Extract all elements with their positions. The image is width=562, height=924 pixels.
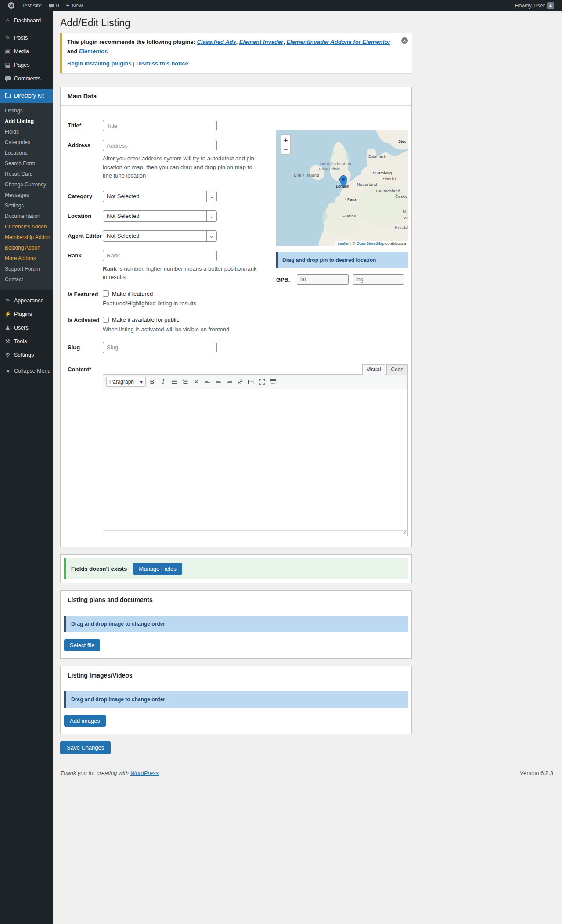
sidebar-item-label: Posts bbox=[14, 35, 28, 41]
plugin-link-classified-ads[interactable]: Classified Ads bbox=[197, 39, 236, 45]
sidebar-subitem-add-listing[interactable]: Add Listing bbox=[0, 116, 53, 127]
sidebar-item-media[interactable]: ▣ Media bbox=[0, 44, 53, 58]
sidebar-item-comments[interactable]: Comments bbox=[0, 72, 53, 85]
sidebar-subitem-change-currency[interactable]: Change Currency bbox=[0, 179, 53, 190]
sidebar-subitem-currencies-addon[interactable]: Currencies Addon bbox=[0, 221, 53, 232]
sidebar-item-label: Directory Kit bbox=[14, 93, 44, 99]
align-left-button[interactable] bbox=[202, 377, 212, 386]
chevron-down-icon: ⌄ bbox=[206, 191, 216, 202]
bold-button[interactable]: B bbox=[148, 377, 157, 386]
begin-installing-plugins-link[interactable]: Begin installing plugins bbox=[67, 60, 132, 67]
location-map[interactable]: Stoc Danmark United Kingdom Great Britai… bbox=[276, 130, 408, 246]
select-file-button[interactable]: Select file bbox=[64, 639, 100, 651]
panel-title: Listing Images/Videos bbox=[61, 666, 411, 685]
gps-lat-input[interactable] bbox=[297, 274, 349, 285]
fullscreen-button[interactable] bbox=[257, 377, 267, 386]
sidebar-item-posts[interactable]: ✎ Posts bbox=[0, 31, 53, 44]
sidebar-subitem-messages[interactable]: Messages bbox=[0, 190, 53, 200]
comments-link[interactable]: 0 bbox=[45, 0, 63, 11]
plugin-link-elementor[interactable]: Elementor bbox=[79, 48, 107, 54]
tab-code[interactable]: Code bbox=[386, 364, 408, 375]
collapse-arrow-icon: ◀ bbox=[4, 369, 11, 373]
map-label: Hrvatska bbox=[395, 225, 408, 230]
sidebar-subitem-contact[interactable]: Contact bbox=[0, 274, 53, 285]
activated-help-text: When listing is activated will be visibl… bbox=[103, 325, 261, 334]
sidebar-subitem-settings[interactable]: Settings bbox=[0, 200, 53, 211]
sidebar-subitem-support-forum[interactable]: Support Forum bbox=[0, 264, 53, 274]
map-label: Danmark bbox=[368, 154, 386, 159]
plugin-link-element-invader[interactable]: Element Invader bbox=[239, 39, 283, 45]
panel-title: Listing plans and documents bbox=[61, 591, 411, 609]
sidebar-subitem-locations[interactable]: Locations bbox=[0, 148, 53, 158]
leaflet-link[interactable]: Leaflet bbox=[337, 241, 349, 246]
sidebar-item-label: Users bbox=[14, 325, 29, 331]
align-center-button[interactable] bbox=[213, 377, 223, 386]
collapse-menu-button[interactable]: ◀ Collapse Menu bbox=[0, 364, 53, 377]
howdy-text: Howdy, user bbox=[515, 3, 545, 9]
users-icon: ♟ bbox=[4, 324, 11, 331]
editor-resize-bar[interactable] bbox=[103, 530, 408, 536]
manage-fields-button[interactable]: Manage Fields bbox=[133, 563, 182, 575]
sidebar-subitem-categories[interactable]: Categories bbox=[0, 137, 53, 148]
featured-checkbox[interactable] bbox=[103, 290, 109, 297]
sidebar-subitem-membership-addon[interactable]: Membership Addon bbox=[0, 232, 53, 243]
bullet-list-button[interactable] bbox=[169, 377, 179, 386]
sidebar-item-appearance[interactable]: ✑ Appearance bbox=[0, 294, 53, 307]
sidebar-subitem-search-form[interactable]: Search Form bbox=[0, 158, 53, 169]
dismiss-icon[interactable]: ✕ bbox=[401, 37, 408, 44]
plans-dropzone[interactable]: Drag and drop image to change order bbox=[64, 616, 408, 632]
italic-button[interactable]: I bbox=[159, 377, 168, 386]
map-label: Česko bbox=[395, 194, 407, 199]
zoom-in-button[interactable]: + bbox=[281, 135, 290, 145]
sidebar-subitem-result-card[interactable]: Result Card bbox=[0, 169, 53, 179]
link-button[interactable] bbox=[235, 377, 245, 386]
sidebar-subitem-more-addons[interactable]: More Addons bbox=[0, 253, 53, 264]
resize-handle-icon[interactable] bbox=[402, 529, 407, 536]
more-tag-button[interactable] bbox=[246, 377, 256, 386]
rank-input[interactable] bbox=[103, 250, 217, 261]
save-changes-button[interactable]: Save Changes bbox=[60, 741, 111, 754]
images-dropzone[interactable]: Drag and drop image to change order bbox=[64, 691, 408, 708]
wordpress-link[interactable]: WordPress bbox=[130, 770, 159, 776]
tab-visual[interactable]: Visual bbox=[362, 364, 385, 375]
gps-lng-input[interactable] bbox=[353, 274, 404, 285]
sidebar-item-settings[interactable]: ⚙ Settings bbox=[0, 348, 53, 362]
sidebar-item-plugins[interactable]: ⚡ Plugins bbox=[0, 307, 53, 321]
blockquote-button[interactable]: “ bbox=[191, 377, 201, 386]
category-select[interactable]: Not Selected ⌄ bbox=[103, 191, 217, 202]
site-name-link[interactable]: Test site bbox=[18, 0, 45, 11]
rank-help-rest: is number, higher number means a better … bbox=[103, 265, 256, 281]
account-menu[interactable]: Howdy, user ♟ bbox=[511, 0, 558, 11]
toolbar-toggle-button[interactable] bbox=[268, 377, 277, 386]
content-editor-area[interactable] bbox=[103, 389, 408, 531]
sidebar-item-tools[interactable]: ⚒ Tools bbox=[0, 334, 53, 348]
media-icon: ▣ bbox=[4, 48, 11, 54]
numbered-list-button[interactable]: 12 bbox=[180, 377, 190, 386]
openstreetmap-link[interactable]: OpenStreetMap bbox=[357, 241, 385, 246]
slug-input[interactable] bbox=[103, 342, 217, 353]
sidebar-subitem-booking-addon[interactable]: Booking Addon bbox=[0, 243, 53, 253]
sidebar-subitem-listings[interactable]: Listings bbox=[0, 105, 53, 116]
paragraph-format-select[interactable]: Paragraph ▾ bbox=[106, 377, 146, 387]
add-images-button[interactable]: Add images bbox=[64, 715, 106, 727]
wordpress-menu[interactable]: W bbox=[4, 0, 18, 11]
address-input[interactable] bbox=[103, 140, 217, 151]
plugin-recommendation-notice: This plugin recommends the following plu… bbox=[60, 33, 412, 73]
sidebar-subitem-documentation[interactable]: Documentation bbox=[0, 211, 53, 221]
sidebar-item-dashboard[interactable]: ⌂ Dashboard bbox=[0, 14, 53, 27]
align-right-button[interactable] bbox=[224, 377, 234, 386]
sidebar-item-pages[interactable]: ▤ Pages bbox=[0, 58, 53, 72]
sidebar-item-users[interactable]: ♟ Users bbox=[0, 321, 53, 334]
new-content-menu[interactable]: + New bbox=[63, 0, 86, 11]
agent-editor-select[interactable]: Not Selected ⌄ bbox=[103, 230, 217, 242]
activated-checkbox[interactable] bbox=[103, 317, 109, 323]
title-input[interactable] bbox=[103, 120, 217, 131]
sidebar-subitem-fields[interactable]: Fields bbox=[0, 127, 53, 137]
map-zoom-control: + − bbox=[281, 134, 291, 155]
location-select[interactable]: Not Selected ⌄ bbox=[103, 210, 217, 222]
content-label: Content* bbox=[68, 364, 103, 536]
zoom-out-button[interactable]: − bbox=[281, 145, 290, 154]
sidebar-item-directory-kit[interactable]: Directory Kit bbox=[0, 89, 53, 103]
dismiss-notice-link[interactable]: Dismiss this notice bbox=[136, 60, 188, 67]
plugin-link-elementinvader-addons[interactable]: ElementInvader Addons for Elementor bbox=[286, 39, 390, 45]
